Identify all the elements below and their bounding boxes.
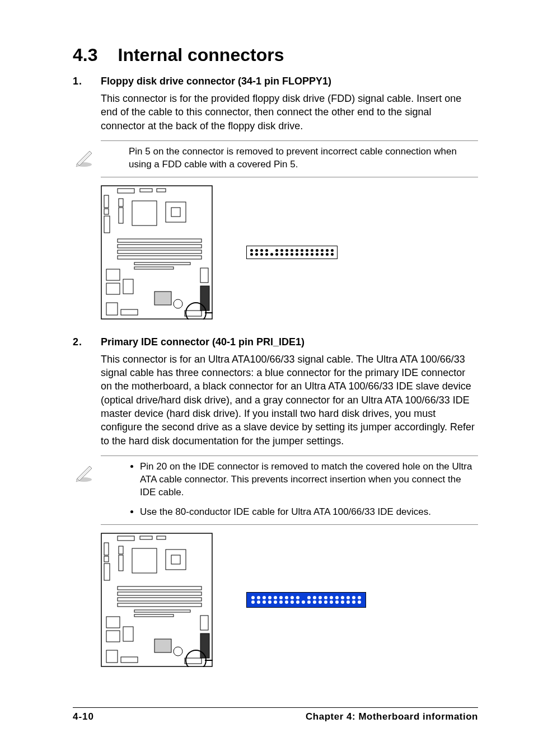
svg-rect-7 xyxy=(157,189,166,192)
item-body: This connector is for an Ultra ATA100/66… xyxy=(101,353,478,448)
svg-rect-49 xyxy=(166,550,186,570)
note-bullet: Pin 20 on the IDE connector is removed t… xyxy=(140,461,478,499)
svg-rect-22 xyxy=(106,269,120,280)
svg-rect-13 xyxy=(132,201,157,226)
section-title-text: Internal connectors xyxy=(118,45,284,65)
svg-rect-64 xyxy=(121,657,138,663)
svg-point-32 xyxy=(186,303,206,320)
note-box: Pin 5 on the connector is removed to pre… xyxy=(101,140,478,177)
svg-rect-55 xyxy=(134,610,190,612)
svg-rect-47 xyxy=(119,555,123,571)
svg-rect-57 xyxy=(106,617,120,628)
svg-rect-60 xyxy=(154,639,171,652)
motherboard-diagram-icon xyxy=(101,185,213,320)
svg-rect-21 xyxy=(134,267,174,269)
svg-rect-54 xyxy=(118,603,202,607)
svg-rect-40 xyxy=(118,536,134,541)
svg-rect-10 xyxy=(104,216,110,233)
svg-rect-59 xyxy=(123,627,133,641)
svg-rect-45 xyxy=(104,564,110,580)
svg-rect-50 xyxy=(171,555,180,564)
item-heading: 2. Primary IDE connector (40-1 pin PRI_I… xyxy=(73,336,478,348)
svg-rect-18 xyxy=(118,250,202,253)
note-text: Pin 5 on the connector is removed to pre… xyxy=(129,146,457,170)
svg-point-67 xyxy=(186,650,206,667)
svg-rect-44 xyxy=(104,556,109,562)
ide-connector-diagram-icon xyxy=(246,592,366,608)
svg-rect-43 xyxy=(104,543,109,555)
svg-rect-63 xyxy=(106,650,118,663)
svg-rect-61 xyxy=(200,616,208,630)
svg-rect-8 xyxy=(104,195,109,208)
svg-rect-53 xyxy=(118,598,202,601)
svg-rect-24 xyxy=(123,279,133,294)
note-box: Pin 20 on the IDE connector is removed t… xyxy=(101,456,478,525)
chapter-title: Chapter 4: Motherboard information xyxy=(306,711,478,722)
svg-rect-51 xyxy=(118,586,202,590)
svg-point-30 xyxy=(174,299,182,308)
diagram-row xyxy=(101,533,478,667)
svg-rect-25 xyxy=(154,292,171,305)
svg-rect-52 xyxy=(118,592,202,595)
svg-rect-28 xyxy=(106,303,118,315)
svg-rect-20 xyxy=(134,262,190,265)
svg-rect-17 xyxy=(118,245,202,248)
page-number: 4-10 xyxy=(73,711,94,722)
svg-rect-12 xyxy=(119,208,123,223)
svg-rect-46 xyxy=(119,546,123,554)
svg-rect-11 xyxy=(119,199,123,206)
svg-rect-31 xyxy=(185,311,202,316)
motherboard-diagram-icon xyxy=(101,533,213,667)
page-footer: 4-10 Chapter 4: Motherboard information xyxy=(73,707,478,722)
svg-rect-66 xyxy=(185,658,202,664)
svg-rect-48 xyxy=(132,548,157,573)
floppy-connector-diagram-icon xyxy=(246,246,338,259)
svg-rect-29 xyxy=(121,309,138,315)
note-list: Pin 20 on the IDE connector is removed t… xyxy=(129,461,478,519)
item-body: This connector is for the provided flopp… xyxy=(101,92,478,133)
section-number: 4.3 xyxy=(73,45,97,65)
svg-rect-6 xyxy=(140,189,152,192)
item-title: Floppy disk drive connector (34-1 pin FL… xyxy=(101,76,331,87)
item-number: 1. xyxy=(73,76,101,87)
svg-rect-19 xyxy=(118,256,202,259)
document-page: 4.3 Internal connectors 1. Floppy disk d… xyxy=(0,0,534,756)
svg-rect-41 xyxy=(140,536,152,539)
svg-rect-58 xyxy=(106,631,120,642)
diagram-row xyxy=(101,185,478,320)
svg-rect-9 xyxy=(104,209,109,214)
svg-rect-26 xyxy=(200,268,208,283)
svg-rect-5 xyxy=(118,189,134,193)
item-number: 2. xyxy=(73,336,101,348)
svg-rect-23 xyxy=(106,283,120,294)
svg-rect-16 xyxy=(118,239,202,242)
item-title: Primary IDE connector (40-1 pin PRI_IDE1… xyxy=(101,336,305,348)
item-heading: 1. Floppy disk drive connector (34-1 pin… xyxy=(73,76,478,87)
section-title: 4.3 Internal connectors xyxy=(73,45,478,65)
svg-point-65 xyxy=(174,647,182,656)
pencil-note-icon xyxy=(73,145,95,168)
note-bullet: Use the 80-conductor IDE cable for Ultra… xyxy=(140,506,478,519)
svg-rect-15 xyxy=(171,208,180,217)
svg-rect-42 xyxy=(157,536,166,539)
svg-rect-62 xyxy=(200,633,209,658)
svg-rect-56 xyxy=(134,614,174,617)
svg-rect-27 xyxy=(200,286,209,311)
svg-rect-14 xyxy=(166,202,186,222)
pencil-note-icon xyxy=(73,461,95,483)
